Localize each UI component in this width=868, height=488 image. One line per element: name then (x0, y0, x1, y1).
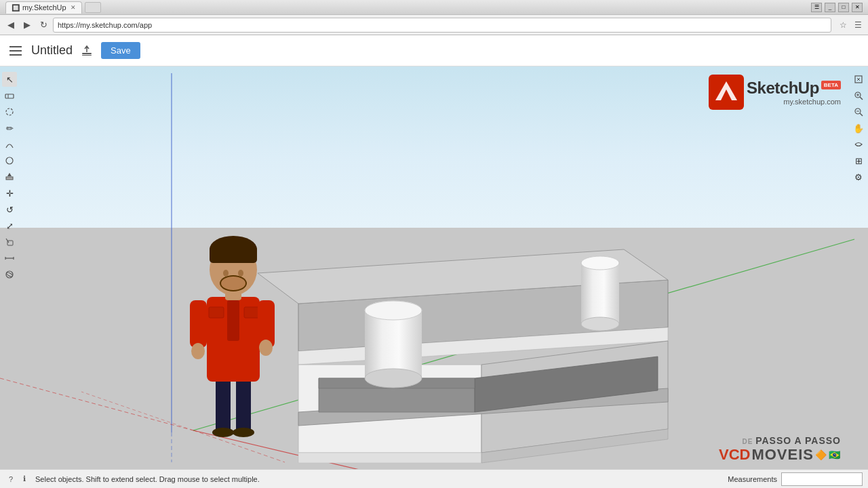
watermark: DE PASSO A PASSO VCD MOVEIS 🔶 🇧🇷 (719, 435, 841, 464)
svg-point-47 (221, 277, 245, 290)
svg-point-38 (191, 343, 205, 359)
tab-close-btn[interactable]: ✕ (71, 4, 76, 11)
svg-line-8 (81, 392, 193, 430)
measure-tool-btn[interactable] (2, 251, 17, 266)
svg-point-22 (365, 369, 422, 388)
logo-url: my.sketchup.com (747, 98, 841, 106)
paint-tool-btn[interactable] (2, 235, 17, 249)
sketchup-logo: SketchUp BETA my.sketchup.com (709, 75, 841, 110)
svg-rect-43 (210, 246, 257, 263)
orbit-tool-btn[interactable] (2, 267, 17, 282)
scene-svg (0, 66, 868, 469)
measurements-label: Measurements (728, 475, 777, 483)
win-maximize-btn[interactable]: □ (838, 3, 849, 12)
win-close-btn[interactable]: ✕ (852, 3, 863, 12)
scale-tool-btn[interactable]: ⤢ (2, 218, 17, 233)
bookmark-btn[interactable]: ☆ (837, 19, 849, 31)
eraser-tool-btn[interactable] (2, 88, 17, 103)
svg-point-39 (259, 340, 273, 356)
tab-title: my.SketchUp (22, 3, 66, 12)
status-icons: ? ℹ (5, 474, 30, 485)
tab-favicon: 🔲 (12, 4, 20, 12)
right-toolbar: ✋ ⊞ ⚙ (849, 66, 868, 469)
nav-refresh-btn[interactable]: ↻ (37, 18, 50, 32)
sketchup-logo-icon (709, 75, 744, 110)
app-toolbar: Untitled Save (0, 35, 868, 66)
settings-btn[interactable]: ⚙ (851, 169, 866, 184)
svg-point-46 (238, 270, 243, 277)
nav-back-btn[interactable]: ◀ (4, 18, 18, 32)
svg-point-30 (212, 428, 234, 437)
pencil-tool-btn[interactable]: ✏ (2, 121, 17, 136)
circle-tool-btn[interactable] (2, 153, 17, 168)
zoom-in-btn[interactable] (851, 88, 866, 103)
status-message: Select objects. Shift to extend select. … (35, 475, 722, 483)
nav-forward-btn[interactable]: ▶ (20, 18, 34, 32)
win-minimize-btn[interactable]: _ (825, 3, 835, 12)
browser-menu-btn[interactable]: ☰ (852, 19, 864, 31)
svg-point-31 (233, 428, 254, 437)
svg-rect-55 (6, 177, 13, 180)
win-settings-btn[interactable]: ☰ (811, 3, 822, 12)
hamburger-menu-btn[interactable] (7, 41, 26, 60)
logo-name: SketchUp (747, 79, 819, 98)
svg-point-53 (6, 108, 13, 115)
zoom-out-btn[interactable] (851, 104, 866, 119)
svg-rect-25 (581, 263, 619, 324)
svg-line-68 (860, 97, 863, 100)
beta-badge: BETA (821, 81, 841, 89)
rotate-tool-btn[interactable]: ↺ (2, 202, 17, 217)
pushpull-tool-btn[interactable] (2, 169, 17, 184)
address-bar: ◀ ▶ ↻ https://my.sketchup.com/app ☆ ☰ (0, 15, 868, 35)
standard-views-btn[interactable]: ⊞ (851, 153, 866, 168)
browser-titlebar: 🔲 my.SketchUp ✕ ☰ _ □ ✕ (0, 0, 868, 15)
svg-rect-0 (82, 53, 92, 54)
3d-viewport[interactable]: SketchUp BETA my.sketchup.com ↖ ✏ ✛ ↺ ⤢ (0, 66, 868, 469)
new-tab-btn[interactable] (85, 2, 101, 13)
left-toolbar: ↖ ✏ ✛ ↺ ⤢ (0, 66, 19, 469)
menu-line-1 (9, 46, 22, 47)
svg-line-72 (860, 113, 863, 116)
export-btn[interactable] (78, 42, 96, 60)
address-icons: ☆ ☰ (837, 19, 864, 31)
measurements-area: Measurements (728, 472, 863, 486)
svg-point-45 (223, 270, 229, 277)
svg-point-27 (581, 256, 619, 270)
arc-tool-btn[interactable] (2, 137, 17, 152)
menu-line-3 (9, 54, 22, 56)
select-tool-btn[interactable]: ↖ (2, 72, 17, 87)
browser-tab[interactable]: 🔲 my.SketchUp ✕ (5, 1, 82, 14)
svg-marker-56 (7, 173, 12, 176)
svg-point-26 (581, 317, 619, 331)
svg-rect-34 (209, 307, 224, 318)
svg-rect-33 (227, 300, 239, 341)
svg-rect-1 (82, 55, 92, 56)
save-button[interactable]: Save (101, 42, 140, 59)
svg-rect-35 (244, 307, 259, 318)
menu-line-2 (9, 50, 22, 52)
measurements-input[interactable] (781, 472, 863, 486)
status-bar: ? ℹ Select objects. Shift to extend sele… (0, 469, 868, 488)
svg-marker-15 (298, 453, 481, 463)
svg-rect-28 (216, 378, 231, 432)
svg-rect-36 (190, 300, 207, 348)
orbit-right-btn[interactable] (851, 137, 866, 152)
lasso-tool-btn[interactable] (2, 104, 17, 119)
svg-rect-21 (365, 310, 422, 378)
info-icon[interactable]: ℹ (19, 474, 30, 485)
help-icon[interactable]: ? (5, 474, 16, 485)
logo-text: SketchUp BETA my.sketchup.com (747, 79, 841, 106)
svg-rect-29 (236, 378, 251, 432)
zoom-extents-btn[interactable] (851, 72, 866, 87)
pan-btn[interactable]: ✋ (851, 121, 866, 136)
svg-line-4 (0, 378, 193, 430)
svg-point-54 (6, 157, 13, 164)
move-tool-btn[interactable]: ✛ (2, 186, 17, 201)
address-input[interactable]: https://my.sketchup.com/app (53, 18, 831, 33)
svg-rect-51 (5, 94, 14, 98)
document-title: Untitled (31, 43, 73, 58)
url-text: https://my.sketchup.com/app (58, 21, 152, 29)
svg-point-23 (365, 301, 422, 320)
window-controls: ☰ _ □ ✕ (811, 3, 863, 12)
